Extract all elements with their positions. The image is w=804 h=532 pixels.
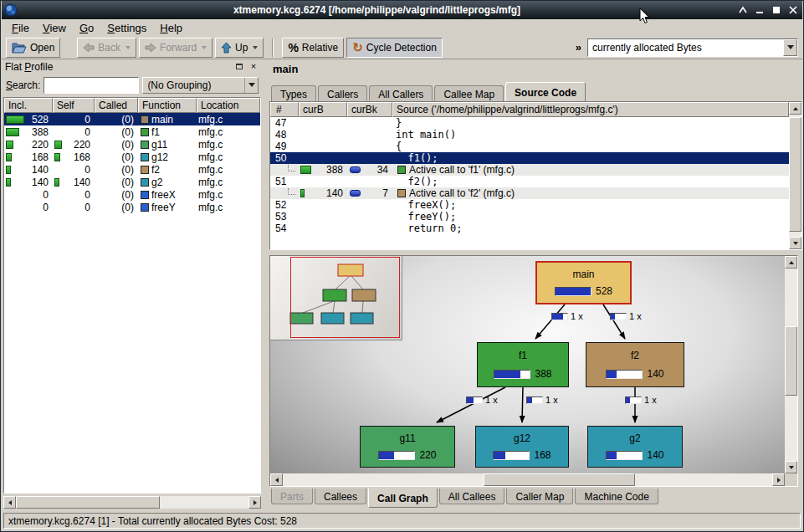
block-cost-icon xyxy=(350,166,361,173)
cost-bar xyxy=(493,451,530,460)
scroll-left-icon[interactable] xyxy=(3,496,16,509)
dock-close-icon[interactable]: × xyxy=(248,61,259,72)
tab-machine-code[interactable]: Machine Code xyxy=(575,489,658,504)
menu-help[interactable]: Help xyxy=(153,20,189,36)
tab-callers[interactable]: Callers xyxy=(318,85,367,101)
tab-all-callers[interactable]: All Callers xyxy=(369,85,433,101)
scroll-right-icon[interactable] xyxy=(248,496,261,509)
column-header-location[interactable]: Location xyxy=(197,98,260,113)
function-row-g11[interactable]: 220 220 (0) g11 mfg.c xyxy=(4,138,260,151)
close-icon[interactable] xyxy=(786,3,800,17)
tab-parts[interactable]: Parts xyxy=(271,489,313,504)
function-row-f1[interactable]: 388 0 (0) f1 mfg.c xyxy=(4,125,260,138)
scroll-right-icon[interactable] xyxy=(772,473,785,486)
menu-go[interactable]: Go xyxy=(73,20,100,36)
scroll-thumb[interactable] xyxy=(16,496,160,509)
function-color-icon xyxy=(141,115,149,124)
scroll-up-icon[interactable] xyxy=(785,256,797,269)
tab-caller-map[interactable]: Caller Map xyxy=(506,489,573,504)
window-title: xtmemory.kcg.6274 [/home/philippe/valgri… xyxy=(27,4,727,16)
tab-callee-map[interactable]: Callee Map xyxy=(434,85,504,101)
graph-horizontal-scrollbar[interactable] xyxy=(270,473,785,486)
toolbar-overflow-chevron[interactable]: » xyxy=(572,41,585,54)
function-row-f2[interactable]: 140 0 (0) f2 mfg.c xyxy=(4,163,260,176)
column-header-incl[interactable]: Incl. xyxy=(4,98,53,113)
source-line-row[interactable]: 49 { xyxy=(270,141,789,152)
minimize-icon[interactable] xyxy=(752,3,766,17)
graph-node-g12[interactable]: g12 168 xyxy=(475,426,569,468)
back-arrow-icon xyxy=(83,43,95,53)
graph-node-g2[interactable]: g2 140 xyxy=(587,426,683,468)
graph-overview-minimap[interactable] xyxy=(270,256,402,340)
dock-float-icon[interactable] xyxy=(233,61,245,72)
call-graph-canvas[interactable]: main 528 f1 388 f2 140 g11 220 g12 168 xyxy=(270,256,785,473)
scroll-down-icon[interactable] xyxy=(789,237,801,249)
column-header-function[interactable]: Function xyxy=(138,98,197,113)
flat-profile-horizontal-scrollbar[interactable] xyxy=(3,496,261,509)
graph-node-main[interactable]: main 528 xyxy=(535,261,632,304)
maximize-icon[interactable] xyxy=(769,3,783,17)
function-row-g2[interactable]: 140 140 (0) g2 mfg.c xyxy=(4,176,260,188)
titlebar[interactable]: xtmemory.kcg.6274 [/home/philippe/valgri… xyxy=(2,1,802,19)
graph-node-f2[interactable]: f2 140 xyxy=(586,342,684,387)
back-button[interactable]: Back xyxy=(77,38,136,58)
column-header-source[interactable]: Source ('/home/philippe/valgrind/littlep… xyxy=(392,102,789,117)
combo-arrow-icon[interactable] xyxy=(783,39,797,56)
source-call-row-f2[interactable]: 140 7 Active call to 'f2' (mfg.c) xyxy=(270,187,789,199)
tab-types[interactable]: Types xyxy=(271,85,316,101)
up-button[interactable]: Up xyxy=(215,38,264,58)
function-row-freeY[interactable]: 0 0 (0) freeY mfg.c xyxy=(4,201,260,213)
menu-file[interactable]: File xyxy=(5,20,36,36)
function-color-icon xyxy=(141,191,149,199)
column-header-curbk[interactable]: curBk xyxy=(347,102,392,117)
graph-node-g11[interactable]: g11 220 xyxy=(360,426,455,468)
source-call-row-f1[interactable]: 388 34 Active call to 'f1' (mfg.c) xyxy=(270,164,789,176)
scroll-thumb[interactable] xyxy=(785,326,797,396)
dock-header[interactable]: Flat Profile × xyxy=(2,59,263,74)
graph-vertical-scrollbar[interactable] xyxy=(785,256,797,473)
menu-settings[interactable]: Settings xyxy=(100,20,153,36)
toolbar: Open Back Forward Up % Relative ↻ xyxy=(2,36,802,59)
scroll-thumb[interactable] xyxy=(789,117,801,232)
forward-button[interactable]: Forward xyxy=(139,38,213,58)
function-row-freeX[interactable]: 0 0 (0) freeX mfg.c xyxy=(4,188,260,201)
function-row-main[interactable]: 528 0 (0) main mfg.c xyxy=(4,113,260,125)
source-line-row[interactable]: 53 freeY(); xyxy=(270,211,789,223)
source-line-row[interactable]: 52 freeX(); xyxy=(270,199,789,211)
scroll-left-icon[interactable] xyxy=(270,473,283,486)
scroll-down-icon[interactable] xyxy=(785,461,797,473)
column-header-self[interactable]: Self xyxy=(53,98,95,113)
edge-label-main-f1: 1 x xyxy=(551,311,583,321)
column-header-line[interactable]: # xyxy=(270,102,299,117)
column-header-called[interactable]: Called xyxy=(95,98,138,113)
source-line-row[interactable]: 54 return 0; xyxy=(270,223,789,234)
flat-profile-dock: Flat Profile × Search: (No Grouping) Inc… xyxy=(2,59,263,513)
tab-all-callees[interactable]: All Callees xyxy=(439,489,505,504)
search-input[interactable] xyxy=(44,77,139,94)
scrollbar-corner xyxy=(785,473,797,486)
callee-color-icon xyxy=(397,189,406,197)
relative-toggle-button[interactable]: % Relative xyxy=(282,38,344,58)
source-vertical-scrollbar[interactable] xyxy=(789,102,801,249)
source-line-row[interactable]: 47 } xyxy=(270,117,789,129)
cycle-detection-toggle-button[interactable]: ↻ Cycle Detection xyxy=(346,38,443,58)
cost-bar xyxy=(606,451,643,460)
open-button[interactable]: Open xyxy=(6,38,60,58)
function-row-g12[interactable]: 168 168 (0) g12 mfg.c xyxy=(4,151,260,163)
grouping-select[interactable]: (No Grouping) xyxy=(142,77,259,94)
tab-call-graph[interactable]: Call Graph xyxy=(368,489,438,508)
scroll-thumb[interactable] xyxy=(484,473,635,486)
source-line-row-selected[interactable]: 50 f1(); xyxy=(270,152,789,164)
column-header-curb[interactable]: curB xyxy=(299,102,347,117)
tab-callees[interactable]: Callees xyxy=(315,489,366,504)
graph-node-f1[interactable]: f1 388 xyxy=(477,342,569,387)
scroll-up-icon[interactable] xyxy=(789,102,801,115)
menu-view[interactable]: View xyxy=(36,20,73,36)
shade-icon[interactable] xyxy=(735,3,750,17)
statusbar: xtmemory.kcg.6274 [1] - Total currently … xyxy=(2,511,802,530)
source-line-row[interactable]: 48 int main() xyxy=(270,129,789,141)
grouping-arrow-icon[interactable] xyxy=(244,78,258,93)
source-line-row[interactable]: 51 f2(); xyxy=(270,176,789,187)
event-type-select[interactable]: currently allocated Bytes xyxy=(587,38,798,57)
tab-source-code[interactable]: Source Code xyxy=(505,82,586,101)
